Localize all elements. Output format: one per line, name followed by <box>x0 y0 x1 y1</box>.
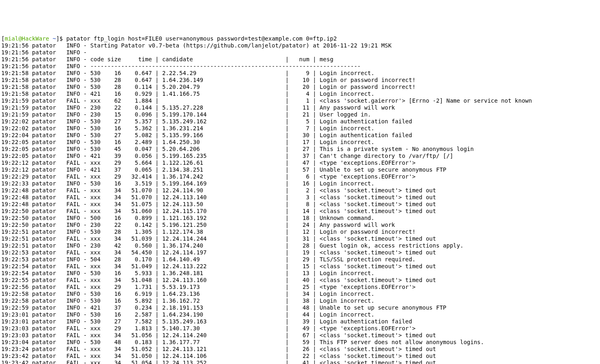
result-row: 19:23:42 patator FAIL - xxx 34 51.050 | … <box>1 353 600 360</box>
result-row: 19:22:05 patator INFO - 421 39 0.056 | 5… <box>1 153 600 159</box>
result-row: 19:22:50 patator INFO - 500 16 0.899 | 1… <box>1 215 600 222</box>
result-row: 19:21:59 patator INFO - 230 22 0.144 | 5… <box>1 104 600 111</box>
result-row: 19:22:56 patator FAIL - xxx 29 1.731 | 5… <box>1 284 600 291</box>
terminal-output[interactable]: [mial@HackWare ~]$ patator ftp_login hos… <box>0 34 600 364</box>
result-row: 19:22:55 patator FAIL - xxx 34 51.048 | … <box>1 277 600 284</box>
result-row: 19:23:01 patator INFO - 530 27 7.582 | 5… <box>1 318 600 325</box>
result-row: 19:22:48 patator FAIL - xxx 34 51.070 | … <box>1 187 600 194</box>
result-row: 19:23:24 patator FAIL - xxx 34 51.052 | … <box>1 346 600 353</box>
result-row: 19:21:58 patator INFO - 421 16 0.929 | 1… <box>1 90 600 97</box>
result-row: 19:22:51 patator FAIL - xxx 34 51.039 | … <box>1 235 600 242</box>
result-row: 19:22:53 patator FAIL - xxx 34 54.450 | … <box>1 249 600 256</box>
startup-line: 19:21:56 patator INFO - Starting Patator… <box>1 42 600 49</box>
result-row: 19:21:58 patator INFO - 530 28 0.647 | 1… <box>1 77 600 84</box>
result-row: 19:22:54 patator FAIL - xxx 34 51.049 | … <box>1 263 600 270</box>
command-text: patator ftp_login host=FILE0 user=anonym… <box>66 35 337 42</box>
result-row: 19:22:54 patator INFO - 530 16 5.933 | 1… <box>1 270 600 277</box>
separator-line: 19:21:56 patator INFO - ----------------… <box>1 63 600 70</box>
column-header: 19:21:56 patator INFO - code size time |… <box>1 56 600 63</box>
result-row: 19:22:59 patator INFO - 421 37 0.234 | 2… <box>1 304 600 311</box>
result-row: 19:22:02 patator INFO - 530 27 5.357 | 5… <box>1 118 600 125</box>
result-row: 19:22:53 patator INFO - 504 28 0.170 | 1… <box>1 256 600 263</box>
result-row: 19:22:48 patator FAIL - xxx 34 51.070 | … <box>1 194 600 201</box>
result-row: 19:21:59 patator INFO - 230 15 0.096 | 5… <box>1 111 600 118</box>
result-row: 19:22:29 patator FAIL - xxx 29 32.414 | … <box>1 173 600 180</box>
prompt-cwd: ~ <box>52 35 56 42</box>
result-row: 19:21:58 patator INFO - 530 16 0.647 | 2… <box>1 70 600 77</box>
result-row: 19:22:58 patator INFO - 530 16 6.919 | 1… <box>1 291 600 297</box>
result-row: 19:21:58 patator INFO - 530 28 0.114 | 5… <box>1 84 600 90</box>
shell-prompt-line[interactable]: [mial@HackWare ~]$ patator ftp_login hos… <box>1 35 600 42</box>
result-row: 19:23:03 patator FAIL - xxx 34 51.056 | … <box>1 332 600 339</box>
info-blank-line: 19:21:56 patator INFO - <box>1 49 600 56</box>
prompt-user-host: mial@HackWare <box>4 35 49 42</box>
result-row: 19:22:48 patator FAIL - xxx 34 51.075 | … <box>1 201 600 208</box>
result-row: 19:22:33 patator INFO - 530 16 3.519 | 5… <box>1 180 600 187</box>
result-row: 19:23:04 patator INFO - 530 48 0.183 | 1… <box>1 339 600 346</box>
result-row: 19:22:50 patator FAIL - xxx 34 51.060 | … <box>1 208 600 215</box>
result-row: 19:22:51 patator INFO - 230 42 0.560 | 1… <box>1 242 600 249</box>
result-row: 19:22:05 patator INFO - 530 45 0.047 | 5… <box>1 146 600 153</box>
result-row: 19:23:42 patator FAIL - xxx 34 51.054 | … <box>1 360 600 364</box>
result-row: 19:22:12 patator INFO - 421 37 0.065 | 2… <box>1 166 600 173</box>
result-row: 19:22:04 patator INFO - 530 27 5.082 | 5… <box>1 132 600 139</box>
result-row: 19:23:03 patator FAIL - xxx 29 1.813 | 5… <box>1 325 600 332</box>
result-row: 19:22:51 patator INFO - 530 28 1.305 | 1… <box>1 228 600 235</box>
result-row: 19:22:58 patator INFO - 530 16 5.892 | 1… <box>1 297 600 304</box>
result-row: 19:23:01 patator INFO - 530 16 2.587 | 1… <box>1 311 600 318</box>
result-row: 19:22:02 patator INFO - 530 16 5.362 | 1… <box>1 125 600 132</box>
result-row: 19:22:05 patator INFO - 530 16 2.489 | 1… <box>1 139 600 146</box>
result-row: 19:21:59 patator FAIL - xxx 62 1.884 | |… <box>1 97 600 104</box>
result-row: 19:22:50 patator INFO - 230 22 0.142 | 5… <box>1 222 600 228</box>
result-row: 19:22:12 patator FAIL - xxx 29 5.664 | 1… <box>1 159 600 166</box>
